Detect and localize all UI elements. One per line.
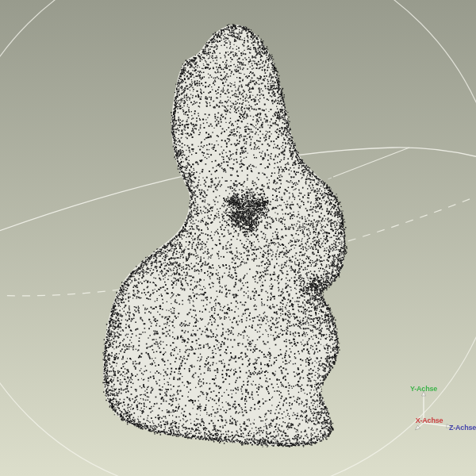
z-axis-label: Z-Achse <box>449 424 476 432</box>
y-axis-label: Y-Achse <box>410 385 437 393</box>
point-cloud-canvas[interactable] <box>0 0 476 476</box>
viewport-3d[interactable]: Y-Achse X-Achse Z-Achse <box>0 0 476 476</box>
x-axis-label: X-Achse <box>416 416 443 424</box>
